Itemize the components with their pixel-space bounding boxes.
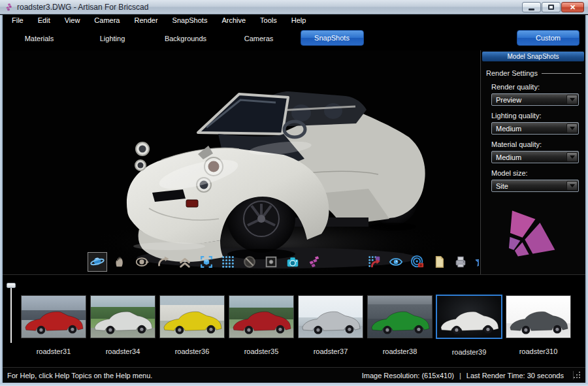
apply-grid-icon[interactable]: [366, 253, 383, 270]
window-title: roadster3.DWG - Artisan For Bricscad: [17, 3, 148, 12]
material-quality-dropdown[interactable]: Medium: [491, 151, 579, 163]
menu-snapshots[interactable]: SnapShots: [166, 16, 214, 25]
model-size-dropdown[interactable]: Site: [491, 180, 579, 192]
tab-cameras[interactable]: Cameras: [244, 35, 274, 42]
menu-file[interactable]: File: [5, 16, 30, 25]
thumbnail-zoom-slider[interactable]: [6, 283, 16, 347]
close-button[interactable]: ✕: [561, 2, 584, 12]
dropdown-arrow-button[interactable]: [566, 123, 578, 133]
render-target-icon[interactable]: [409, 253, 426, 270]
window-border-right: [585, 15, 588, 383]
zoom-extents-icon[interactable]: [198, 253, 215, 270]
snapshot-thumbnail[interactable]: roadster35: [227, 275, 296, 368]
app-window: roadster3.DWG - Artisan For Bricscad ✕ F…: [0, 0, 588, 386]
chevron-down-icon: [570, 127, 575, 130]
menu-render[interactable]: Render: [127, 16, 164, 25]
minimize-icon: [529, 8, 534, 10]
pan-hand-icon[interactable]: [112, 253, 129, 270]
dot-grid-icon[interactable]: [220, 253, 237, 270]
render-quality-field: Render quality: Preview: [491, 83, 579, 106]
menu-edit[interactable]: Edit: [31, 16, 57, 25]
car-render: [3, 50, 479, 274]
spin-icon[interactable]: [155, 253, 172, 270]
chevron-down-icon: [570, 155, 575, 159]
dropdown-arrow-button[interactable]: [566, 181, 578, 191]
menu-view[interactable]: View: [58, 16, 87, 25]
tab-backgrounds[interactable]: Backgrounds: [165, 35, 206, 42]
close-icon: ✕: [570, 3, 576, 12]
render-settings-group-title: Render Settings: [486, 69, 581, 77]
menu-camera[interactable]: Camera: [88, 16, 126, 25]
status-render-time: Last Render Time: 30 seconds: [466, 372, 564, 379]
no-render-icon[interactable]: [241, 253, 258, 270]
snapshot-thumbnail[interactable]: roadster38: [365, 275, 434, 368]
chevron-down-icon: [570, 184, 575, 187]
dropdown-arrow-button[interactable]: [566, 152, 578, 162]
slider-thumb[interactable]: [7, 283, 16, 288]
render-quality-value: Preview: [492, 96, 566, 104]
chevron-down-icon: [570, 98, 575, 101]
snapshot-thumbnail[interactable]: roadster34: [88, 275, 157, 368]
snapshot-thumbnail-selected[interactable]: roadster39: [434, 275, 504, 368]
lighting-quality-field: Lighting quality: Medium: [491, 112, 579, 135]
app-logo-icon: [5, 3, 13, 11]
lighting-quality-label: Lighting quality:: [491, 112, 579, 120]
model-size-label: Model size:: [491, 169, 579, 177]
render-quality-label: Render quality:: [491, 83, 579, 91]
snapshot-thumbnail[interactable]: roadster36: [157, 275, 227, 368]
thumbnail-list: roadster31 roadster34 roadster36 roadste…: [19, 275, 581, 368]
viewport-toolbar: [88, 251, 479, 273]
snapshot-thumbnail[interactable]: roadster31: [19, 275, 88, 368]
snapshot-strip: roadster31 roadster34 roadster36 roadste…: [3, 274, 585, 367]
material-quality-label: Material quality:: [491, 140, 579, 148]
artisan-logo-icon: [502, 199, 564, 262]
maximize-icon: [548, 5, 554, 10]
material-quality-field: Material quality: Medium: [491, 140, 579, 163]
tab-materials[interactable]: Materials: [25, 35, 54, 42]
window-border-bottom: [0, 383, 588, 386]
statusbar: For Help, click Help Topics on the Help …: [3, 367, 585, 383]
menubar: File Edit View Camera Render SnapShots A…: [0, 15, 588, 25]
status-image-resolution: Image Resolution: (615x410): [362, 372, 454, 379]
snapshot-thumbnail[interactable]: roadster310: [504, 275, 573, 368]
titlebar[interactable]: roadster3.DWG - Artisan For Bricscad ✕: [0, 0, 588, 14]
material-quality-value: Medium: [492, 153, 566, 161]
dropdown-arrow-button[interactable]: [566, 95, 578, 105]
menu-archive[interactable]: Archive: [215, 16, 252, 25]
orbit-icon[interactable]: [133, 253, 150, 270]
snapshot-thumbnail[interactable]: roadster37: [296, 275, 365, 368]
slider-track: [10, 285, 12, 343]
panel-header: Model SnapShots: [482, 52, 584, 61]
camera-icon[interactable]: [284, 253, 301, 270]
star-new-icon[interactable]: [474, 253, 479, 270]
model-size-field: Model size: Site: [491, 169, 579, 192]
custom-button[interactable]: Custom: [517, 30, 580, 46]
printer-icon[interactable]: [452, 253, 469, 270]
lighting-quality-value: Medium: [492, 125, 566, 133]
snapshots-panel: Model SnapShots Render Settings Render q…: [480, 50, 585, 274]
status-help-text: For Help, click Help Topics on the Help …: [3, 372, 362, 379]
chevrons-up-icon[interactable]: [176, 253, 193, 270]
status-separator: |: [459, 372, 461, 379]
artisan-diamonds-icon[interactable]: [306, 253, 323, 270]
model-size-value: Site: [492, 182, 566, 190]
lighting-quality-dropdown[interactable]: Medium: [491, 122, 579, 135]
render-quality-dropdown[interactable]: Preview: [491, 93, 579, 106]
eye-icon[interactable]: [387, 253, 404, 270]
tabbar: Materials Lighting Backgrounds Cameras S…: [3, 25, 585, 50]
tab-snapshots-active[interactable]: SnapShots: [301, 30, 364, 46]
minimize-button[interactable]: [522, 2, 541, 12]
menu-help[interactable]: Help: [285, 16, 313, 25]
planet-icon[interactable]: [88, 252, 107, 272]
render-frame-icon[interactable]: [263, 253, 280, 270]
resize-grip[interactable]: [573, 371, 581, 379]
document-icon[interactable]: [431, 253, 448, 270]
render-viewport[interactable]: [3, 50, 479, 274]
tab-lighting[interactable]: Lighting: [100, 35, 125, 42]
menu-tools[interactable]: Tools: [253, 16, 284, 25]
maximize-button[interactable]: [542, 2, 561, 12]
